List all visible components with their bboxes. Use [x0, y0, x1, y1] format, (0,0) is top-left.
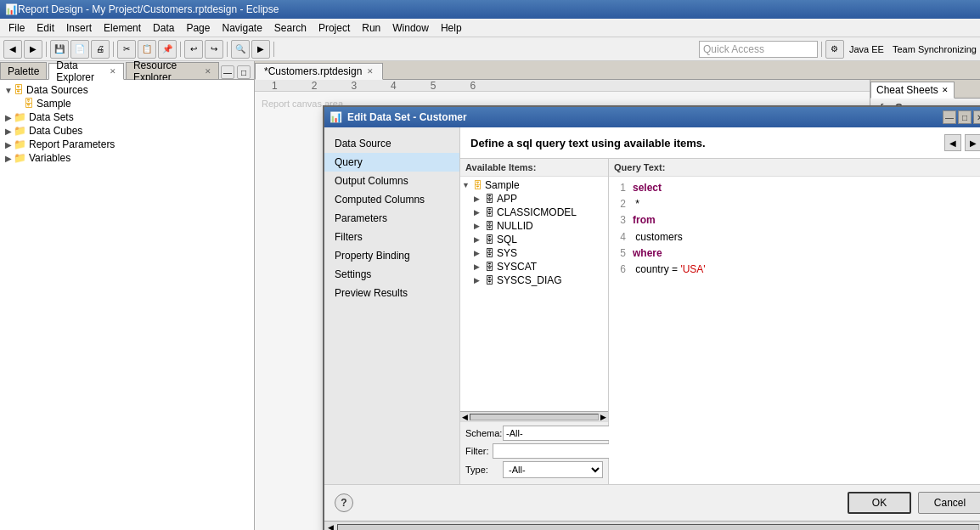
tab-customers-rptdesign[interactable]: *Customers.rptdesign ✕: [255, 63, 383, 80]
toolbar-btn-4[interactable]: 🖨: [91, 40, 110, 59]
tree-area: ▼ 🗄 Data Sources 🗄 Sample ▶ 📁 Data Sets …: [0, 80, 254, 530]
toolbar-btn-run[interactable]: ▶: [251, 40, 270, 59]
toolbar-btn-10[interactable]: 🔍: [231, 40, 250, 59]
nav-query[interactable]: Query: [324, 153, 459, 172]
tree-node-sql[interactable]: ▶ 🗄 SQL: [474, 233, 606, 246]
menu-navigate[interactable]: Navigate: [217, 20, 267, 36]
toolbar-btn-6[interactable]: 📋: [138, 40, 156, 59]
toolbar-btn-1[interactable]: ◀: [3, 40, 22, 59]
tab-resource-explorer-close[interactable]: ✕: [205, 67, 211, 76]
java-ee-label[interactable]: Java EE: [849, 44, 884, 54]
toolbar-btn-persp[interactable]: ⚙: [825, 40, 844, 59]
dialog-hscrollbar[interactable]: ◀ ▶: [324, 521, 980, 530]
modal-minimize-btn[interactable]: —: [943, 110, 956, 124]
left-panel: Palette Data Explorer ✕ Resource Explore…: [0, 61, 255, 530]
toolbar-btn-8[interactable]: ↩: [184, 40, 203, 59]
tree-node-nullid[interactable]: ▶ 🗄 NULLID: [474, 219, 606, 233]
tab-data-explorer-close[interactable]: ✕: [110, 67, 116, 76]
sep-3: [180, 42, 181, 57]
menu-run[interactable]: Run: [357, 20, 386, 36]
menu-data[interactable]: Data: [148, 20, 179, 36]
tree-node-sample[interactable]: ▼ 🗄 Sample: [462, 178, 606, 192]
tree-node-sys[interactable]: ▶ 🗄 SYS: [474, 246, 606, 260]
nav-property-binding[interactable]: Property Binding: [324, 246, 459, 265]
label-sys: SYS: [497, 247, 517, 259]
label-classicmodel: CLASSICMODEL: [497, 206, 577, 218]
dialog-nav: Data Source Query Output Columns Compute…: [324, 127, 460, 484]
menu-page[interactable]: Page: [181, 20, 215, 36]
tab-resource-explorer[interactable]: Resource Explorer ✕: [126, 62, 219, 79]
scroll-right-icon[interactable]: ▶: [600, 413, 606, 421]
panel-maximize-btn[interactable]: □: [237, 65, 251, 79]
nav-filters[interactable]: Filters: [324, 228, 459, 246]
tree-indent-1: 🗄 Sample: [3, 97, 251, 110]
type-label: Type:: [465, 465, 499, 475]
scroll-left-icon[interactable]: ◀: [462, 413, 468, 421]
icon-app: 🗄: [485, 194, 494, 204]
label-variables: Variables: [29, 152, 70, 164]
menu-project[interactable]: Project: [313, 20, 355, 36]
query-editor[interactable]: 1select 2 * 3from: [609, 177, 980, 484]
tree-datacubes[interactable]: ▶ 📁 Data Cubes: [3, 124, 251, 138]
tab-customers-close[interactable]: ✕: [367, 67, 374, 76]
dialog-content: Define a sql query text using available …: [460, 127, 980, 484]
menu-search[interactable]: Search: [269, 20, 312, 36]
menu-help[interactable]: Help: [436, 20, 467, 36]
label-app: APP: [497, 193, 517, 205]
tree-variables[interactable]: ▶ 📁 Variables: [3, 151, 251, 165]
query-line-6: 6 country = 'USA': [614, 262, 980, 278]
modal-maximize-btn[interactable]: □: [958, 110, 972, 124]
scroll-track[interactable]: [470, 414, 599, 420]
label-sql: SQL: [497, 234, 517, 245]
nav-settings[interactable]: Settings: [324, 265, 459, 284]
arrow-nullid: ▶: [474, 222, 482, 230]
toolbar-btn-5[interactable]: ✂: [117, 40, 136, 59]
menu-insert[interactable]: Insert: [61, 20, 97, 36]
tree-node-syscat[interactable]: ▶ 🗄 SYSCAT: [474, 260, 606, 273]
label-syscsdiag: SYSCS_DIAG: [497, 274, 562, 286]
query-line-3: 3from: [614, 212, 980, 228]
nav-computed-columns[interactable]: Computed Columns: [324, 190, 459, 209]
nav-preview-results[interactable]: Preview Results: [324, 284, 459, 302]
ok-button[interactable]: OK: [848, 492, 911, 514]
tree-datasets[interactable]: ▶ 📁 Data Sets: [3, 110, 251, 124]
nav-output-columns[interactable]: Output Columns: [324, 172, 459, 190]
tree-datasources[interactable]: ▼ 🗄 Data Sources: [3, 83, 251, 97]
menu-edit[interactable]: Edit: [31, 20, 59, 36]
type-select[interactable]: -All-: [503, 461, 603, 478]
nav-forward-btn[interactable]: ▶: [965, 134, 980, 151]
hscroll-left[interactable]: ◀: [328, 523, 334, 531]
tree-sample[interactable]: 🗄 Sample: [14, 97, 251, 110]
cancel-button[interactable]: Cancel: [918, 492, 980, 514]
tree-node-syscsdiag[interactable]: ▶ 🗄 SYSCS_DIAG: [474, 273, 606, 287]
panel-minimize-btn[interactable]: —: [221, 65, 234, 79]
help-button[interactable]: ?: [335, 493, 353, 512]
filter-input[interactable]: [493, 443, 617, 459]
tree-node-classicmodel[interactable]: ▶ 🗄 CLASSICMODEL: [474, 206, 606, 219]
items-scrollbar[interactable]: ◀ ▶: [460, 411, 608, 421]
quick-access-box[interactable]: Quick Access: [699, 41, 818, 58]
tree-node-app[interactable]: ▶ 🗄 APP: [474, 192, 606, 206]
team-sync-label[interactable]: Team Synchronizing: [893, 44, 977, 54]
modal-close-btn[interactable]: ✕: [973, 110, 980, 124]
tab-palette[interactable]: Palette: [0, 62, 47, 79]
tree-reportparams[interactable]: ▶ 📁 Report Parameters: [3, 138, 251, 151]
toolbar-btn-2[interactable]: ▶: [24, 40, 42, 59]
menu-window[interactable]: Window: [387, 20, 434, 36]
toolbar-btn-7[interactable]: 📌: [158, 40, 177, 59]
nav-datasource[interactable]: Data Source: [324, 134, 459, 153]
toolbar-btn-9[interactable]: ↪: [205, 40, 223, 59]
menu-file[interactable]: File: [3, 20, 30, 36]
icon-sql: 🗄: [485, 234, 494, 245]
icon-reportparams: 📁: [14, 138, 26, 150]
tab-data-explorer[interactable]: Data Explorer ✕: [48, 63, 124, 80]
menu-element[interactable]: Element: [99, 20, 146, 36]
label-nullid: NULLID: [497, 220, 533, 232]
nav-back-btn[interactable]: ◀: [944, 134, 961, 151]
toolbar-btn-3[interactable]: 📄: [70, 40, 89, 59]
sql-where: where: [633, 247, 662, 259]
hscroll-track[interactable]: [337, 524, 979, 531]
nav-parameters[interactable]: Parameters: [324, 209, 459, 228]
toolbar-btn-save[interactable]: 💾: [50, 40, 69, 59]
query-line-4: 4 customers: [614, 229, 980, 245]
